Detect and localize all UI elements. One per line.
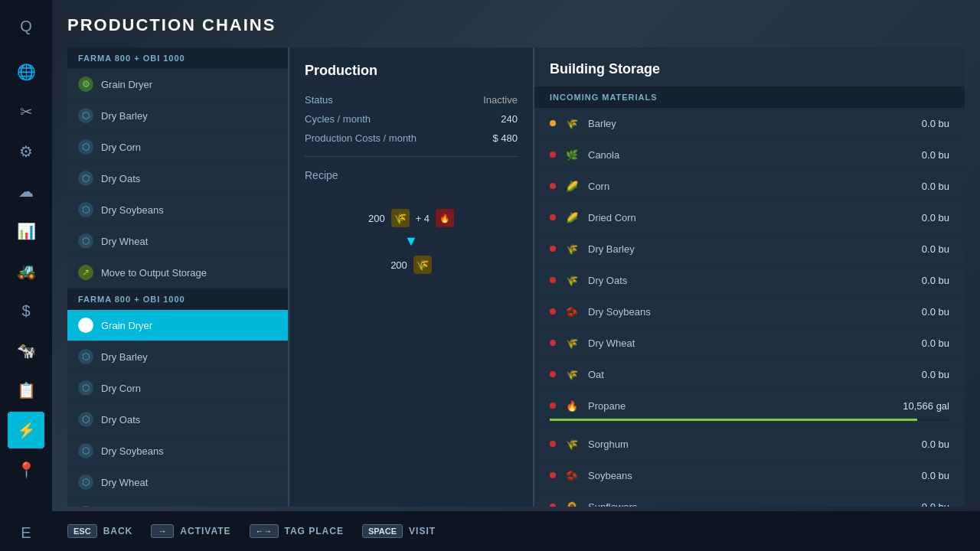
dry-soybeans-storage-icon: 🫘 [564, 303, 580, 320]
canola-dot [550, 152, 556, 158]
weather-icon[interactable]: ☁ [8, 173, 44, 210]
canola-value: 0.0 bu [922, 149, 949, 161]
status-value: Inactive [483, 94, 518, 106]
chains-panel: FARMA 800 + OBI 1000 ⚙ Grain Dryer ⬡ Dry… [67, 47, 289, 507]
production-icon[interactable]: ⚡ [8, 412, 44, 448]
content-area: FARMA 800 + OBI 1000 ⚙ Grain Dryer ⬡ Dry… [67, 47, 965, 507]
chain-item-label: Dry Wheat [101, 477, 148, 488]
chain-item-dry-oats-2[interactable]: ⬡ Dry Oats [67, 404, 288, 435]
sunflowers-name: Sunflowers [588, 501, 914, 507]
dry-soybeans-icon-1: ⬡ [78, 202, 93, 217]
chain-item-dry-barley-1[interactable]: ⬡ Dry Barley [67, 100, 288, 132]
dried-corn-value: 0.0 bu [922, 212, 949, 223]
chain-item-move-storage-2[interactable]: ↗ Move to Output Storage [67, 498, 288, 507]
tractor-icon[interactable]: 🚜 [8, 253, 44, 289]
chain-item-grain-dryer-1[interactable]: ⚙ Grain Dryer [67, 69, 288, 100]
dry-barley-storage-name: Dry Barley [588, 243, 914, 255]
storage-item-dry-wheat: 🌾 Dry Wheat 0.0 bu [534, 328, 965, 359]
dry-wheat-storage-dot [550, 340, 556, 346]
storage-item-dry-soybeans: 🫘 Dry Soybeans 0.0 bu [534, 296, 965, 328]
chain-item-dry-wheat-2[interactable]: ⬡ Dry Wheat [67, 467, 288, 498]
space-key: SPACE [362, 524, 403, 538]
recipe-area: 200 🌾 + 4 🔥 ▼ 200 🌾 [305, 194, 518, 289]
dry-oats-storage-value: 0.0 bu [922, 275, 949, 286]
activate-btn[interactable]: → ACTIVATE [151, 524, 230, 538]
chain-item-dry-oats-1[interactable]: ⬡ Dry Oats [67, 163, 288, 194]
cycles-value: 240 [501, 113, 518, 125]
propane-name: Propane [588, 400, 895, 412]
oat-dot [550, 371, 556, 377]
chain-item-label: Dry Corn [101, 142, 141, 153]
dry-soybeans-storage-dot [550, 308, 556, 315]
dry-soybeans-icon-2: ⬡ [78, 443, 93, 458]
globe-icon[interactable]: 🌐 [8, 54, 44, 90]
barley-dot [550, 120, 556, 126]
recipe-title: Recipe [305, 169, 518, 181]
chain-item-label: Dry Barley [101, 110, 148, 122]
grain-dryer-icon-2: ⚙ [78, 318, 93, 333]
divider [305, 156, 518, 157]
storage-item-dried-corn: 🌽 Dried Corn 0.0 bu [534, 202, 965, 233]
chain-item-grain-dryer-2[interactable]: ⚙ Grain Dryer [67, 310, 288, 341]
dry-barley-icon-2: ⬡ [78, 349, 93, 364]
chain-item-label: Dry Oats [101, 414, 140, 425]
storage-item-canola: 🌿 Canola 0.0 bu [534, 139, 965, 171]
sorghum-name: Sorghum [588, 439, 914, 450]
recipe-plus: + 4 [416, 213, 430, 224]
storage-title: Building Storage [534, 47, 965, 86]
chain-item-dry-soybeans-2[interactable]: ⬡ Dry Soybeans [67, 435, 288, 467]
sorghum-icon: 🌾 [564, 435, 580, 452]
dry-wheat-icon-1: ⬡ [78, 233, 93, 249]
q-icon[interactable]: Q [8, 8, 44, 44]
barley-value: 0.0 bu [922, 118, 949, 129]
oat-value: 0.0 bu [922, 369, 949, 380]
chain-item-dry-soybeans-1[interactable]: ⬡ Dry Soybeans [67, 194, 288, 226]
dry-barley-storage-dot [550, 246, 556, 252]
status-label: Status [305, 94, 333, 106]
canola-name: Canola [588, 149, 914, 161]
tag-place-btn[interactable]: ←→ TAG PLACE [250, 524, 344, 538]
sunflowers-icon: 🌻 [564, 498, 580, 507]
chain-item-dry-corn-2[interactable]: ⬡ Dry Corn [67, 373, 288, 404]
arrow-down-icon: ▼ [404, 233, 418, 249]
cycles-label: Cycles / month [305, 113, 371, 125]
main-content: PRODUCTION CHAINS FARMA 800 + OBI 1000 ⚙… [52, 0, 980, 551]
storage-item-sorghum: 🌾 Sorghum 0.0 bu [534, 429, 965, 460]
storage-item-soybeans: 🫘 Soybeans 0.0 bu [534, 460, 965, 491]
chain-item-dry-corn-1[interactable]: ⬡ Dry Corn [67, 132, 288, 163]
dry-oats-icon-1: ⬡ [78, 171, 93, 186]
storage-item-propane: 🔥 Propane 10,566 gal [534, 390, 965, 429]
esc-back-btn[interactable]: ESC BACK [67, 524, 132, 538]
sunflowers-dot [550, 504, 556, 507]
soybeans-value: 0.0 bu [922, 470, 949, 481]
chain-item-dry-wheat-1[interactable]: ⬡ Dry Wheat [67, 226, 288, 257]
back-label: BACK [103, 526, 133, 536]
soybeans-name: Soybeans [588, 470, 914, 481]
e-icon[interactable]: E [8, 514, 44, 551]
tools-icon[interactable]: ✂ [8, 93, 44, 130]
contracts-icon[interactable]: 📋 [8, 372, 44, 409]
corn-icon: 🌽 [564, 178, 580, 194]
storage-item-dry-oats: 🌾 Dry Oats 0.0 bu [534, 265, 965, 296]
money-icon[interactable]: $ [8, 292, 44, 329]
corn-dot [550, 183, 556, 189]
chain-item-label: Dry Soybeans [101, 204, 164, 216]
soybeans-icon: 🫘 [564, 467, 580, 484]
livestock-icon[interactable]: 🐄 [8, 332, 44, 369]
output-wheat-icon: 🌾 [413, 256, 432, 274]
steering-icon[interactable]: ⚙ [8, 133, 44, 170]
chain-item-move-storage-1[interactable]: ↗ Move to Output Storage [67, 257, 288, 289]
incoming-materials-header: INCOMING MATERIALS [534, 86, 965, 108]
storage-item-dry-barley: 🌾 Dry Barley 0.0 bu [534, 233, 965, 265]
visit-btn[interactable]: SPACE VISIT [362, 524, 436, 538]
chain-item-dry-barley-2[interactable]: ⬡ Dry Barley [67, 341, 288, 373]
oat-name: Oat [588, 369, 914, 380]
chart-icon[interactable]: 📊 [8, 213, 44, 249]
propane-icon: 🔥 [436, 209, 454, 227]
propane-dot [550, 403, 556, 409]
oat-icon: 🌾 [564, 366, 580, 383]
dry-barley-icon-1: ⬡ [78, 108, 93, 123]
bottom-bar: ESC BACK → ACTIVATE ←→ TAG PLACE SPACE V… [52, 511, 980, 551]
map-icon[interactable]: 📍 [8, 452, 44, 488]
dry-oats-storage-icon: 🌾 [564, 272, 580, 289]
